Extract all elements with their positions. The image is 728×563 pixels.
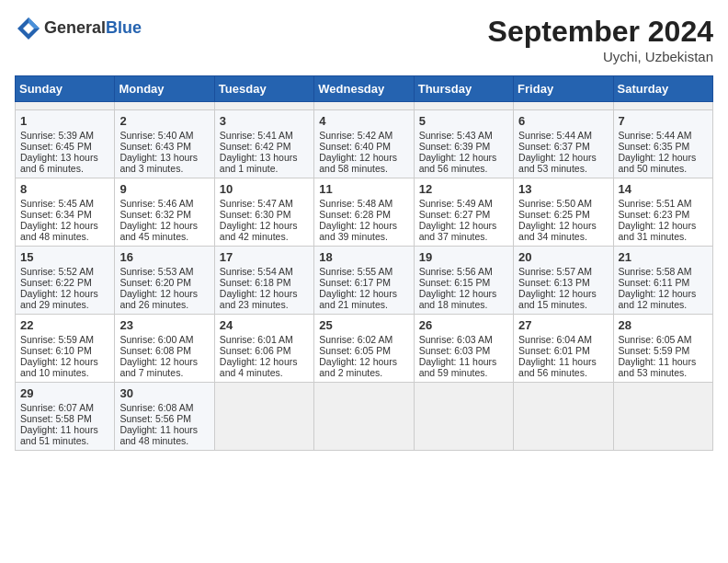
day-info: Sunrise: 6:08 AM xyxy=(119,402,209,413)
calendar-cell: 28Sunrise: 6:05 AMSunset: 5:59 PMDayligh… xyxy=(613,315,712,383)
day-number: 25 xyxy=(319,318,408,332)
day-info: Sunset: 6:15 PM xyxy=(419,277,508,288)
day-info: Sunrise: 5:50 AM xyxy=(518,198,608,209)
day-info: Sunrise: 5:51 AM xyxy=(619,198,708,209)
day-info: Daylight: 12 hours xyxy=(20,288,109,299)
day-info: and 50 minutes. xyxy=(619,163,708,174)
weekday-header-tuesday: Tuesday xyxy=(214,76,313,102)
logo-text-block: GeneralBlue xyxy=(44,19,142,38)
day-info: Daylight: 12 hours xyxy=(20,220,109,231)
day-info: Sunset: 6:11 PM xyxy=(619,277,708,288)
day-number: 21 xyxy=(619,250,708,264)
day-info: and 42 minutes. xyxy=(220,231,309,242)
day-number: 20 xyxy=(518,250,608,264)
day-info: Daylight: 11 hours xyxy=(119,424,209,435)
day-info: Sunset: 6:01 PM xyxy=(518,345,608,356)
calendar-cell: 3Sunrise: 5:41 AMSunset: 6:42 PMDaylight… xyxy=(214,110,313,178)
day-info: Sunrise: 5:45 AM xyxy=(20,198,109,209)
day-info: Daylight: 12 hours xyxy=(119,220,209,231)
day-info: Daylight: 12 hours xyxy=(619,220,708,231)
calendar-cell: 27Sunrise: 6:04 AMSunset: 6:01 PMDayligh… xyxy=(514,315,613,383)
calendar-cell: 23Sunrise: 6:00 AMSunset: 6:08 PMDayligh… xyxy=(115,315,214,383)
day-info: Sunset: 6:45 PM xyxy=(20,141,109,152)
day-number: 2 xyxy=(119,114,209,128)
calendar-cell xyxy=(314,383,414,451)
day-number: 15 xyxy=(20,250,109,264)
day-info: and 53 minutes. xyxy=(619,367,708,378)
day-number: 26 xyxy=(419,318,508,332)
day-info: Sunset: 6:23 PM xyxy=(619,209,708,220)
logo-blue: Blue xyxy=(106,18,142,37)
calendar-cell: 26Sunrise: 6:03 AMSunset: 6:03 PMDayligh… xyxy=(414,315,513,383)
calendar-week-3: 15Sunrise: 5:52 AMSunset: 6:22 PMDayligh… xyxy=(16,247,713,315)
day-info: and 15 minutes. xyxy=(518,299,608,310)
day-info: Sunset: 6:22 PM xyxy=(20,277,109,288)
calendar-cell: 24Sunrise: 6:01 AMSunset: 6:06 PMDayligh… xyxy=(214,315,313,383)
calendar-cell: 14Sunrise: 5:51 AMSunset: 6:23 PMDayligh… xyxy=(613,178,712,247)
calendar-cell: 17Sunrise: 5:54 AMSunset: 6:18 PMDayligh… xyxy=(214,247,313,315)
day-info: Daylight: 12 hours xyxy=(319,220,408,231)
calendar-cell xyxy=(613,102,712,110)
day-info: and 45 minutes. xyxy=(119,231,209,242)
day-info: and 10 minutes. xyxy=(20,367,109,378)
day-info: Sunset: 6:10 PM xyxy=(20,345,109,356)
day-info: Daylight: 12 hours xyxy=(220,220,309,231)
day-info: Sunrise: 5:59 AM xyxy=(20,334,109,345)
day-info: Daylight: 11 hours xyxy=(20,424,109,435)
day-number: 12 xyxy=(419,182,508,196)
day-info: and 23 minutes. xyxy=(220,299,309,310)
day-info: and 58 minutes. xyxy=(319,163,408,174)
day-info: Sunrise: 6:02 AM xyxy=(319,334,408,345)
calendar-cell: 29Sunrise: 6:07 AMSunset: 5:58 PMDayligh… xyxy=(16,383,115,451)
day-info: Sunrise: 5:40 AM xyxy=(119,130,209,141)
day-info: Sunrise: 6:04 AM xyxy=(518,334,608,345)
calendar-cell: 13Sunrise: 5:50 AMSunset: 6:25 PMDayligh… xyxy=(514,178,613,247)
day-info: Sunrise: 5:55 AM xyxy=(319,266,408,277)
calendar-cell xyxy=(514,383,613,451)
weekday-header-row: SundayMondayTuesdayWednesdayThursdayFrid… xyxy=(16,76,713,102)
calendar-cell xyxy=(214,102,313,110)
calendar-week-0 xyxy=(16,102,713,110)
weekday-header-friday: Friday xyxy=(514,76,613,102)
calendar-cell: 5Sunrise: 5:43 AMSunset: 6:39 PMDaylight… xyxy=(414,110,513,178)
day-info: and 34 minutes. xyxy=(518,231,608,242)
day-info: and 39 minutes. xyxy=(319,231,408,242)
day-info: and 59 minutes. xyxy=(419,367,508,378)
day-info: Sunrise: 6:00 AM xyxy=(119,334,209,345)
logo: GeneralBlue xyxy=(15,15,142,42)
day-info: Sunset: 6:35 PM xyxy=(619,141,708,152)
day-info: Daylight: 12 hours xyxy=(419,152,508,163)
day-info: Sunset: 5:58 PM xyxy=(20,413,109,424)
day-info: Sunset: 6:42 PM xyxy=(220,141,309,152)
day-info: Sunset: 6:34 PM xyxy=(20,209,109,220)
day-info: and 53 minutes. xyxy=(518,163,608,174)
day-number: 28 xyxy=(619,318,708,332)
day-info: Sunrise: 6:05 AM xyxy=(619,334,708,345)
day-info: Daylight: 12 hours xyxy=(419,220,508,231)
calendar-cell xyxy=(115,102,214,110)
day-number: 30 xyxy=(119,386,209,400)
day-info: and 31 minutes. xyxy=(619,231,708,242)
day-info: Sunrise: 5:44 AM xyxy=(518,130,608,141)
calendar-cell xyxy=(514,102,613,110)
title-block: September 2024 Uychi, Uzbekistan xyxy=(488,15,713,64)
day-info: Sunrise: 5:41 AM xyxy=(220,130,309,141)
day-info: and 21 minutes. xyxy=(319,299,408,310)
day-info: and 2 minutes. xyxy=(319,367,408,378)
calendar-table: SundayMondayTuesdayWednesdayThursdayFrid… xyxy=(15,75,713,451)
calendar-cell xyxy=(414,383,513,451)
day-info: Sunrise: 5:44 AM xyxy=(619,130,708,141)
day-info: Sunrise: 5:46 AM xyxy=(119,198,209,209)
day-info: Sunset: 6:17 PM xyxy=(319,277,408,288)
day-info: Sunrise: 5:52 AM xyxy=(20,266,109,277)
day-info: Daylight: 12 hours xyxy=(518,288,608,299)
day-number: 3 xyxy=(220,114,309,128)
day-info: Sunrise: 6:07 AM xyxy=(20,402,109,413)
day-number: 29 xyxy=(20,386,109,400)
day-info: Sunset: 6:43 PM xyxy=(119,141,209,152)
calendar-cell: 1Sunrise: 5:39 AMSunset: 6:45 PMDaylight… xyxy=(16,110,115,178)
day-number: 22 xyxy=(20,318,109,332)
day-info: Sunset: 5:56 PM xyxy=(119,413,209,424)
page-header: GeneralBlue September 2024 Uychi, Uzbeki… xyxy=(15,15,713,64)
day-info: Sunset: 6:32 PM xyxy=(119,209,209,220)
